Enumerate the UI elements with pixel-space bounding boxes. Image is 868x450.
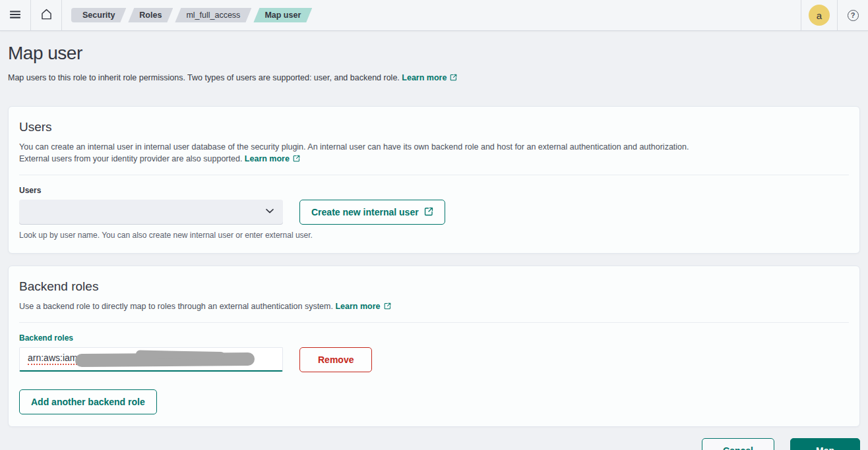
question-circle-icon: ? (848, 10, 859, 21)
users-description-line2: External users from your identity provid… (19, 154, 242, 163)
breadcrumb-role-name[interactable]: ml_full_access (175, 8, 251, 22)
backend-description-text: Use a backend role to directly map to ro… (19, 302, 333, 311)
users-help-text: Look up by user name. You can also creat… (19, 229, 849, 241)
panel-divider (19, 175, 849, 175)
breadcrumb-security[interactable]: Security (71, 8, 126, 22)
add-backend-role-button[interactable]: Add another backend role (19, 389, 157, 414)
map-button[interactable]: Map (790, 438, 860, 450)
page-footer: Cancel Map (8, 438, 860, 450)
add-backend-role-row: Add another backend role (19, 389, 849, 414)
backend-learn-more-link[interactable]: Learn more (335, 302, 390, 311)
page-subtitle-text: Map users to this role to inherit role p… (8, 73, 400, 82)
external-link-icon (450, 72, 457, 84)
users-description-line1: You can create an internal user in inter… (19, 142, 689, 152)
backend-roles-panel: Backend roles Use a backend role to dire… (8, 266, 860, 427)
redaction-scribble (75, 352, 255, 367)
users-field-label: Users (19, 186, 849, 195)
home-icon (40, 8, 53, 22)
users-panel-title: Users (19, 119, 849, 136)
users-panel-description: You can create an internal user in inter… (19, 141, 849, 165)
learn-more-link[interactable]: Learn more (402, 73, 457, 82)
main-content: Map user Map users to this role to inher… (0, 31, 868, 450)
external-link-icon (293, 154, 300, 165)
backend-form-row: arn:aws:iam Remove (19, 347, 849, 372)
breadcrumb-current-map-user: Map user (253, 8, 312, 22)
users-combobox[interactable] (19, 200, 283, 225)
cancel-button[interactable]: Cancel (702, 438, 774, 450)
external-link-icon (424, 207, 433, 218)
top-header: Security Roles ml_full_access Map user a… (0, 0, 868, 31)
page-title: Map user (8, 42, 860, 65)
users-learn-more-link[interactable]: Learn more (245, 154, 300, 163)
external-link-icon (384, 301, 391, 313)
page-subtitle: Map users to this role to inherit role p… (8, 72, 860, 84)
users-panel: Users You can create an internal user in… (8, 106, 860, 254)
chevron-down-icon (264, 206, 275, 219)
help-button[interactable]: ? (838, 0, 868, 30)
backend-role-input-value: arn:aws:iam (28, 353, 77, 365)
avatar: a (809, 5, 830, 26)
breadcrumb: Security Roles ml_full_access Map user (62, 0, 801, 30)
hamburger-icon (9, 9, 21, 22)
menu-toggle-button[interactable] (0, 0, 30, 30)
breadcrumb-roles[interactable]: Roles (128, 8, 173, 22)
backend-panel-description: Use a backend role to directly map to ro… (19, 300, 849, 313)
backend-panel-title: Backend roles (19, 278, 849, 295)
users-form-row: Create new internal user (19, 200, 849, 225)
remove-backend-role-button[interactable]: Remove (299, 347, 372, 372)
panel-divider (19, 322, 849, 323)
backend-roles-field-label: Backend roles (19, 333, 849, 343)
create-internal-user-button[interactable]: Create new internal user (299, 200, 445, 225)
home-button[interactable] (31, 0, 61, 30)
backend-role-input[interactable]: arn:aws:iam (19, 347, 283, 372)
account-button[interactable]: a (801, 0, 837, 30)
page-header: Map user Map users to this role to inher… (8, 31, 860, 84)
